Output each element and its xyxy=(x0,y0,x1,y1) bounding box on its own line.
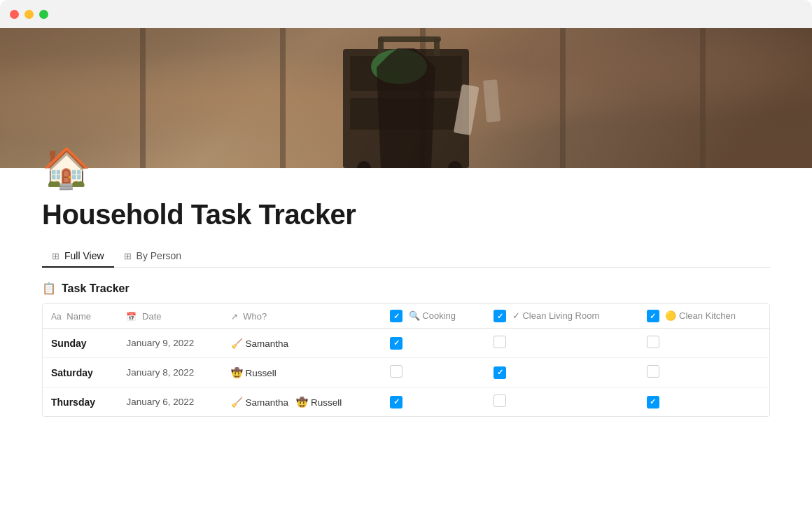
table-row: Thursday January 6, 2022 🧹 Samantha 🤠 Ru… xyxy=(43,387,769,417)
row3-who: 🧹 Samantha 🤠 Russell xyxy=(223,387,380,417)
col-header-cooking: ✓ 🔍 Cooking xyxy=(380,304,484,329)
col-header-name: Aa Name xyxy=(43,304,118,329)
row3-clean-kitchen-checkbox[interactable]: ✓ xyxy=(647,396,659,409)
svg-rect-2 xyxy=(280,28,286,168)
page-content: 🏠 Household Task Tracker ⊞ Full View ⊞ B… xyxy=(0,149,812,445)
col-header-who: ↗ Who? xyxy=(223,304,380,329)
col-clean-kitchen-icon: 🟡 xyxy=(665,310,676,321)
by-person-icon: ⊞ xyxy=(124,251,132,261)
table-row: Saturday January 8, 2022 🤠 Russell ✓ xyxy=(43,358,769,387)
row3-date: January 6, 2022 xyxy=(118,387,222,417)
tab-by-person-label: By Person xyxy=(136,250,182,261)
clean-living-header-checkbox: ✓ xyxy=(493,310,506,322)
close-dot[interactable] xyxy=(10,10,19,19)
row1-who: 🧹 Samantha xyxy=(223,329,380,358)
svg-rect-4 xyxy=(560,28,566,168)
svg-rect-5 xyxy=(700,28,706,168)
row2-clean-kitchen-checkbox[interactable] xyxy=(647,365,659,378)
row1-cooking[interactable]: ✓ xyxy=(380,329,484,358)
full-view-icon: ⊞ xyxy=(52,251,59,261)
row3-clean-living[interactable] xyxy=(484,387,637,417)
cover-image xyxy=(0,28,812,168)
svg-rect-8 xyxy=(350,98,462,130)
name-col-icon: Aa xyxy=(51,312,62,322)
row1-clean-kitchen-checkbox[interactable] xyxy=(647,336,659,348)
cover-svg xyxy=(0,28,812,168)
clean-kitchen-header-checkbox: ✓ xyxy=(647,310,659,322)
titlebar xyxy=(0,0,812,28)
row2-cooking[interactable] xyxy=(380,358,484,387)
row3-name: Thursday xyxy=(43,387,118,417)
row1-cooking-checkbox[interactable]: ✓ xyxy=(390,337,402,350)
svg-point-12 xyxy=(371,49,427,84)
tab-by-person[interactable]: ⊞ By Person xyxy=(114,245,192,267)
row3-cooking[interactable]: ✓ xyxy=(380,387,484,417)
row2-clean-kitchen[interactable] xyxy=(637,358,769,387)
table-row: Sunday January 9, 2022 🧹 Samantha ✓ xyxy=(43,329,769,358)
tabs-bar: ⊞ Full View ⊞ By Person xyxy=(42,245,770,268)
col-cooking-label: Cooking xyxy=(422,310,456,321)
cooking-header-checkbox: ✓ xyxy=(390,310,402,322)
col-clean-living-label: Clean Living Room xyxy=(522,310,599,321)
row2-clean-living[interactable]: ✓ xyxy=(484,358,637,387)
tab-full-view-label: Full View xyxy=(64,250,104,261)
row1-clean-living[interactable] xyxy=(484,329,637,358)
table-header: Aa Name 📅 Date ↗ Who? ✓ xyxy=(43,304,769,329)
row2-clean-living-checkbox[interactable]: ✓ xyxy=(493,366,506,379)
row2-who: 🤠 Russell xyxy=(223,358,380,387)
page-icon: 🏠 xyxy=(42,149,770,188)
task-table-wrapper: Aa Name 📅 Date ↗ Who? ✓ xyxy=(42,303,770,417)
row1-clean-living-checkbox[interactable] xyxy=(493,336,506,348)
svg-rect-1 xyxy=(140,28,146,168)
row1-date: January 9, 2022 xyxy=(118,329,222,358)
row2-name: Saturday xyxy=(43,358,118,387)
col-header-clean-kitchen: ✓ 🟡 Clean Kitchen xyxy=(637,304,769,329)
col-date-label: Date xyxy=(142,311,161,322)
svg-rect-11 xyxy=(378,36,441,42)
tab-full-view[interactable]: ⊞ Full View xyxy=(42,245,114,267)
row1-clean-kitchen[interactable] xyxy=(637,329,769,358)
task-table: Aa Name 📅 Date ↗ Who? ✓ xyxy=(43,304,769,416)
col-who-label: Who? xyxy=(243,311,267,322)
row3-clean-kitchen[interactable]: ✓ xyxy=(637,387,769,417)
col-cooking-icon: 🔍 xyxy=(409,310,420,321)
date-col-icon: 📅 xyxy=(126,312,136,322)
col-name-label: Name xyxy=(66,311,91,322)
col-clean-living-icon: ✓ xyxy=(512,310,520,321)
minimize-dot[interactable] xyxy=(24,10,34,19)
page-title: Household Task Tracker xyxy=(42,199,770,231)
row3-cooking-checkbox[interactable]: ✓ xyxy=(390,396,402,409)
row2-cooking-checkbox[interactable] xyxy=(390,365,402,378)
section-header: 📋 Task Tracker xyxy=(42,282,770,295)
table-body: Sunday January 9, 2022 🧹 Samantha ✓ xyxy=(43,329,769,417)
who-col-icon: ↗ xyxy=(231,312,238,322)
section-title: Task Tracker xyxy=(62,282,130,295)
content-area: 🏠 Household Task Tracker ⊞ Full View ⊞ B… xyxy=(0,28,812,508)
row1-name: Sunday xyxy=(43,329,118,358)
maximize-dot[interactable] xyxy=(39,10,48,19)
svg-rect-0 xyxy=(0,28,812,168)
row3-clean-living-checkbox[interactable] xyxy=(493,394,506,407)
svg-rect-7 xyxy=(350,56,462,91)
col-header-clean-living: ✓ ✓ Clean Living Room xyxy=(484,304,637,329)
section-emoji: 📋 xyxy=(42,282,56,295)
row2-date: January 8, 2022 xyxy=(118,358,222,387)
col-clean-kitchen-label: Clean Kitchen xyxy=(679,310,736,321)
col-header-date: 📅 Date xyxy=(118,304,222,329)
